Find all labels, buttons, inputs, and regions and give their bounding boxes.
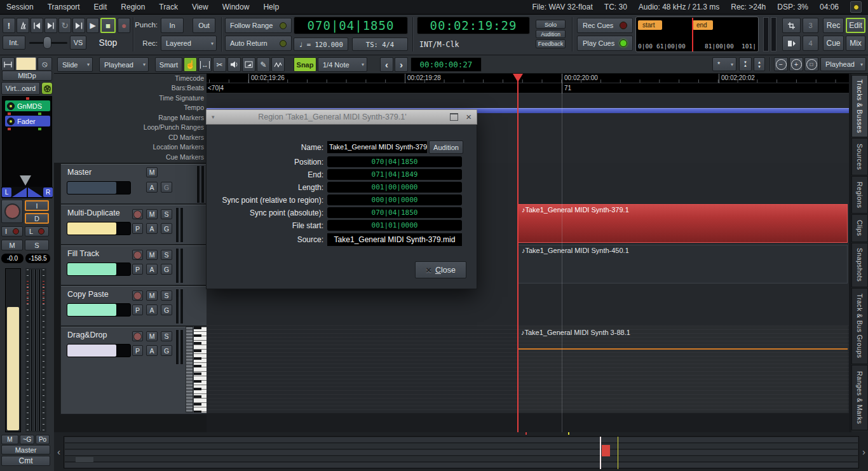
summary-view-edge[interactable] <box>618 437 618 469</box>
automation-line[interactable] <box>518 348 848 350</box>
gain-fader[interactable] <box>5 268 21 432</box>
range-tool-button[interactable]: ↔ <box>198 57 212 72</box>
group-button[interactable]: G <box>161 182 172 193</box>
stop-button[interactable]: ■ <box>100 18 116 33</box>
ruler-label-location-markers[interactable]: Location Markers <box>54 142 204 152</box>
draw-tool-button[interactable]: ✎ <box>257 57 270 72</box>
goto-end-button[interactable] <box>44 18 57 33</box>
grid-unit-dropdown[interactable]: 1/4 Note▾ <box>318 57 367 72</box>
nudge-forward-button[interactable]: › <box>395 57 408 72</box>
audition-indicator-button[interactable]: Audition <box>536 30 566 38</box>
ruler-label-tempo[interactable]: Tempo <box>54 103 204 113</box>
time-signature-ruler[interactable] <box>207 93 849 104</box>
timecode-ruler[interactable]: 00:02:19:26 00:02:19:28 00:02:20:00 00:0… <box>207 74 849 83</box>
record-enable-button[interactable] <box>132 290 143 301</box>
menu-help[interactable]: Help <box>263 3 279 11</box>
play-cues-button[interactable]: Play Cues <box>577 36 633 51</box>
automation-button[interactable]: A <box>146 264 158 275</box>
summary-view[interactable] <box>64 436 859 468</box>
snap-toggle-button[interactable]: Snap <box>294 57 316 72</box>
audition-button[interactable]: Audition <box>429 140 463 154</box>
ruler-label-timecode[interactable]: Timecode <box>54 74 204 83</box>
sync-absolute-clock[interactable]: 070|04|1850 <box>327 207 462 218</box>
grab-tool-button[interactable]: ☝ <box>184 57 197 72</box>
menu-view[interactable]: View <box>192 3 208 11</box>
zoom-focus-dropdown[interactable]: Playhead▾ <box>820 57 866 71</box>
ruler-label-cd-markers[interactable]: CD Markers <box>54 133 204 142</box>
monitor-disk-button[interactable]: D <box>25 213 49 224</box>
pan-pointer[interactable] <box>20 175 31 186</box>
selection-tool-layout-button[interactable] <box>782 18 801 33</box>
smart-mode-button[interactable]: Smart <box>155 57 182 72</box>
ruler-label-time-signature[interactable]: Time Signature <box>54 93 204 103</box>
grid-mode-dropdown[interactable]: Slide▾ <box>57 57 93 72</box>
track-name[interactable]: Fill Track <box>67 249 99 258</box>
mute-button[interactable]: M <box>146 290 158 301</box>
mute-button[interactable]: M <box>146 331 158 341</box>
mute-button[interactable]: M <box>146 250 158 260</box>
region-name-input[interactable]: Take1_General MIDI Synth-379 <box>327 141 427 153</box>
mixer-strip-layout-button[interactable] <box>782 36 801 51</box>
processor-fader[interactable]: Fader <box>5 116 50 126</box>
feedback-indicator-button[interactable]: Feedback <box>536 39 566 48</box>
group-button[interactable]: G <box>161 304 172 315</box>
track-fader[interactable] <box>67 263 131 276</box>
punch-out-button[interactable]: Out <box>193 18 215 33</box>
solo-button[interactable]: S <box>161 290 172 301</box>
tab-regions[interactable]: Regions <box>851 176 868 214</box>
ruler-label-cue-markers[interactable]: Cue Markers <box>54 153 204 162</box>
midi-scroomer[interactable] <box>186 327 193 413</box>
track-name[interactable]: Master <box>67 168 92 177</box>
start-marker[interactable]: start <box>638 20 662 30</box>
output-button[interactable]: Master <box>1 445 50 454</box>
record-enable-button[interactable] <box>132 209 143 219</box>
track-name[interactable]: Multi-Duplicate <box>67 208 120 217</box>
track-header-fill-track[interactable]: Fill Track M S P A G <box>60 245 208 285</box>
automation-button[interactable]: A <box>146 223 158 234</box>
strip-solo-button[interactable]: S <box>25 240 49 250</box>
playhead-head[interactable] <box>513 74 523 82</box>
instrument-button[interactable]: Virt...oard <box>1 82 40 95</box>
summary-scroll-right-button[interactable]: › <box>860 442 868 461</box>
group-button[interactable]: G <box>161 264 172 275</box>
play-button[interactable]: ▶ <box>86 18 99 33</box>
midi-region-selected[interactable]: ♪Take1_General MIDI Synth-379.1 <box>518 204 848 243</box>
record-enable-button[interactable] <box>1 200 23 223</box>
layout-3-button[interactable]: 3 <box>803 18 818 33</box>
editor-page-button[interactable]: Edit <box>846 18 865 33</box>
midi-input-button[interactable] <box>41 82 53 95</box>
time-signature-button[interactable]: TS: 4/4 <box>352 38 408 51</box>
playhead-line[interactable] <box>517 74 519 432</box>
automation-button[interactable]: A <box>146 304 158 315</box>
record-enable-button[interactable] <box>132 250 143 260</box>
tab-track-bus-groups[interactable]: Track & Bus Groups <box>851 288 868 364</box>
track-fader[interactable] <box>67 344 131 357</box>
cut-tool-button[interactable]: ✂ <box>213 57 226 72</box>
rec-cues-button[interactable]: Rec Cues <box>577 18 633 33</box>
status-led-button[interactable] <box>850 1 862 13</box>
sync-relative-clock[interactable]: 000|00|0000 <box>327 195 462 205</box>
nudge-back-button[interactable]: ‹ <box>380 57 393 72</box>
playlist-button[interactable]: P <box>132 304 143 315</box>
tab-ranges-marks[interactable]: Ranges & Marks <box>851 365 868 430</box>
zoom-in-button[interactable]: + <box>789 57 803 71</box>
midi-region[interactable]: ♪Take1_General MIDI Synth-450.1 <box>518 245 848 283</box>
marker-visibility-dropdown[interactable]: *▾ <box>712 57 736 71</box>
group-button[interactable]: G <box>161 223 172 234</box>
menu-transport[interactable]: Transport <box>48 3 80 11</box>
shuttle-slider[interactable] <box>29 36 67 50</box>
meter-point-button[interactable] <box>1 57 15 71</box>
track-header-drag-drop[interactable]: Drag&Drop M S P A G <box>60 326 208 414</box>
metronome-button[interactable] <box>17 18 29 33</box>
mixer-page-button[interactable]: Mix <box>846 36 865 51</box>
edit-point-dropdown[interactable]: Playhead▾ <box>99 57 149 72</box>
peak-display[interactable]: -158.5 <box>25 254 50 263</box>
stretch-tool-button[interactable] <box>242 57 255 72</box>
record-enable-button[interactable] <box>132 331 143 341</box>
track-fader[interactable] <box>67 181 131 195</box>
ruler-label-bars-beats[interactable]: Bars:Beats <box>54 83 204 93</box>
playlist-button[interactable]: P <box>132 264 143 275</box>
automation-button[interactable]: A <box>146 345 158 356</box>
group-button[interactable]: G <box>161 345 172 356</box>
playlist-button[interactable]: Po <box>36 435 50 444</box>
